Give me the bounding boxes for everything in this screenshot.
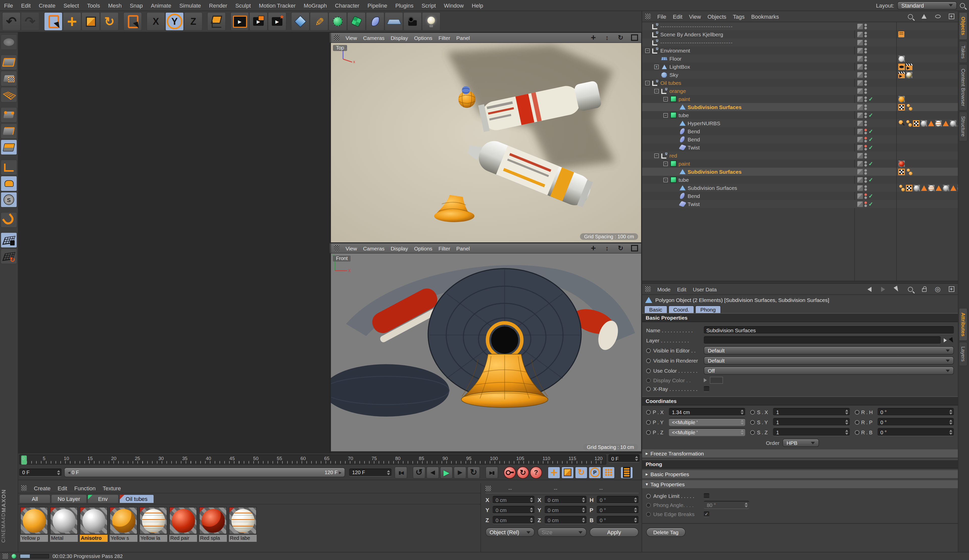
layer-square-icon[interactable] — [857, 40, 863, 45]
material-name[interactable]: Red labe — [229, 535, 256, 542]
freeze-transformation-fold[interactable]: Freeze Transformation — [642, 449, 958, 458]
spinner-icon[interactable] — [581, 518, 585, 523]
object-label[interactable]: paint — [679, 161, 690, 167]
spinner-icon[interactable] — [581, 507, 585, 513]
object-label[interactable]: Subdivision Surfaces — [688, 185, 737, 191]
spinner-icon[interactable] — [56, 470, 60, 475]
spinner-icon[interactable] — [739, 409, 744, 415]
layout-select[interactable]: Standard — [897, 1, 957, 9]
keyframe-radio-icon[interactable] — [646, 494, 651, 498]
visibility-dots-icon[interactable] — [864, 153, 867, 158]
material-preview[interactable] — [140, 507, 167, 534]
viewport-menu-item[interactable]: Options — [414, 35, 432, 41]
toolbar-button[interactable] — [230, 12, 249, 31]
add-panel-icon[interactable] — [948, 13, 955, 20]
current-frame-field[interactable]: 0 F — [19, 469, 62, 477]
transport-button[interactable] — [575, 466, 588, 479]
layer-square-icon[interactable] — [857, 169, 863, 174]
layer-square-icon[interactable] — [857, 88, 863, 94]
panel-tab[interactable]: Objects — [959, 12, 967, 40]
panel-tab[interactable]: Content Browser — [959, 64, 967, 111]
object-manager-menu-item[interactable]: Edit — [673, 13, 682, 20]
menu-item[interactable]: Edit — [21, 2, 30, 8]
spinner-icon[interactable] — [528, 507, 533, 513]
visibility-dots-icon[interactable] — [864, 169, 867, 174]
coordinate-input[interactable]: 0 cm — [544, 496, 586, 504]
spinner-icon[interactable] — [633, 507, 637, 513]
material-menu-item[interactable]: Texture — [103, 485, 121, 491]
material-menu-item[interactable]: Function — [74, 485, 95, 491]
visibility-dots-icon[interactable] — [864, 136, 867, 142]
mode-button[interactable] — [0, 232, 17, 248]
transport-button[interactable] — [504, 466, 516, 479]
timeline-ruler[interactable]: 0510152025303540455055606570758085909510… — [19, 454, 606, 465]
object-label[interactable]: -------------------------------- — [660, 23, 733, 29]
object-row[interactable]: Environment — [642, 47, 958, 55]
viewport-menu-item[interactable]: Filter — [438, 245, 450, 251]
object-label[interactable]: Bend — [688, 136, 700, 142]
object-label[interactable]: tube — [679, 177, 689, 183]
visibility-dots-icon[interactable] — [864, 56, 867, 61]
object-label[interactable]: Bend — [688, 128, 700, 134]
spinner-icon[interactable] — [528, 497, 533, 502]
expand-toggle-icon[interactable] — [663, 178, 668, 182]
transport-button[interactable] — [548, 466, 560, 479]
layer-square-icon[interactable] — [857, 64, 863, 70]
object-label[interactable]: -------------------------------- — [660, 39, 733, 45]
keyframe-radio-icon[interactable] — [751, 430, 755, 435]
preview-range-slider[interactable]: 0 F 120 F — [64, 468, 345, 477]
layer-browse-icon[interactable] — [944, 338, 947, 342]
coordinate-input[interactable]: 0 cm — [544, 516, 586, 524]
material-item[interactable]: Yellow s — [110, 507, 137, 542]
menu-item[interactable]: Snap — [130, 2, 143, 8]
visibility-dots-icon[interactable] — [864, 32, 867, 37]
visible-renderer-select[interactable]: Default — [704, 357, 954, 365]
toolbar-button[interactable] — [268, 12, 286, 31]
material-layer-tab[interactable]: Oil tubes — [119, 494, 154, 504]
coordinate-input[interactable]: 0 ° — [597, 506, 639, 514]
name-input[interactable]: Subdivision Surfaces — [704, 326, 954, 334]
viewport-menu-item[interactable]: Panel — [456, 35, 470, 41]
enabled-check-icon[interactable] — [869, 201, 874, 207]
material-menu-item[interactable]: Edit — [58, 485, 67, 491]
expand-toggle-icon[interactable] — [654, 89, 659, 93]
panel-grip-icon[interactable] — [334, 35, 340, 40]
object-row[interactable]: LightBox — [642, 63, 958, 71]
toolbar-button[interactable] — [347, 12, 366, 31]
enabled-check-icon[interactable] — [869, 96, 874, 102]
attribute-menu-item[interactable]: Mode — [657, 286, 671, 292]
material-preview[interactable] — [20, 507, 48, 534]
object-label[interactable]: Sky — [669, 72, 678, 78]
coordinate-input[interactable]: 0 cm — [544, 506, 586, 514]
visibility-dots-icon[interactable] — [864, 96, 867, 102]
panel-tab[interactable]: Layers — [959, 342, 967, 366]
viewport-menu-item[interactable]: Options — [414, 245, 432, 251]
section-phong[interactable]: Phong — [642, 460, 958, 469]
mode-button[interactable] — [0, 87, 17, 103]
object-row[interactable]: Oil tubes — [642, 79, 958, 87]
top-canvas[interactable]: z x Top Grid Spacing : 100 cm — [331, 43, 641, 243]
angle-limit-checkbox[interactable] — [704, 493, 709, 499]
mode-button[interactable] — [0, 123, 17, 139]
menu-item[interactable]: Script — [421, 2, 436, 8]
visibility-dots-icon[interactable] — [864, 64, 867, 70]
enabled-check-icon[interactable] — [869, 112, 874, 118]
menu-item[interactable]: Pipeline — [368, 2, 387, 8]
transport-button[interactable] — [486, 466, 498, 479]
layer-square-icon[interactable] — [857, 128, 863, 134]
transport-button[interactable] — [454, 466, 466, 479]
tag-icon[interactable] — [906, 63, 912, 70]
spinner-icon[interactable] — [948, 409, 952, 415]
mode-button[interactable] — [0, 176, 17, 191]
transport-button[interactable] — [467, 466, 480, 479]
order-select[interactable]: HPB — [783, 439, 819, 447]
tag-icon[interactable] — [898, 96, 905, 102]
expand-toggle-icon[interactable] — [645, 81, 650, 85]
mode-button[interactable] — [0, 212, 17, 228]
history-forward-icon[interactable] — [879, 286, 887, 292]
material-name[interactable]: Anisotro — [80, 535, 108, 542]
tag-icon[interactable] — [898, 71, 905, 78]
apply-button[interactable]: Apply — [589, 528, 639, 537]
material-layer-tab[interactable]: Env — [87, 494, 118, 504]
display-color-swatch[interactable] — [710, 377, 723, 384]
